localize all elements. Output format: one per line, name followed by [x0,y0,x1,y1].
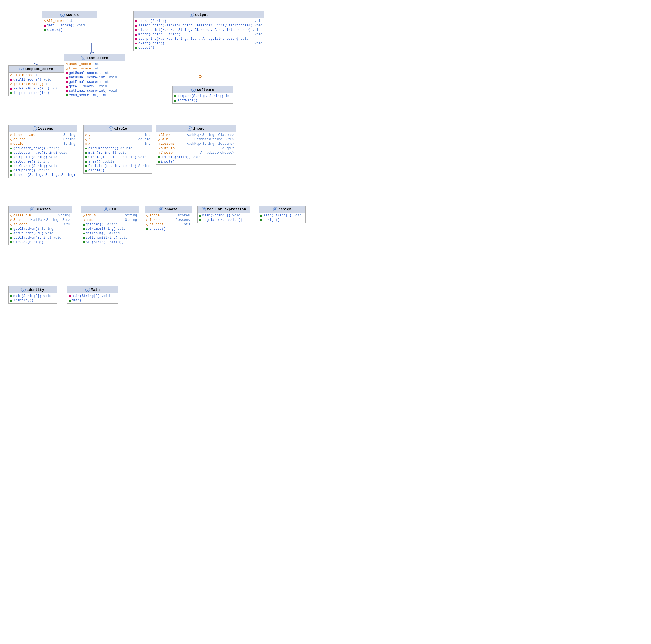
class-icon: C [109,126,113,131]
class-icon: C [188,126,192,131]
class-regular-expression-body: main(String[])void regular_expression() [198,213,250,223]
member-name: getAll_score() [47,24,75,28]
class-exam-score-title: exam_score [87,56,108,60]
class-icon: C [159,207,163,212]
vis-icon [44,29,45,31]
class-design: C design main(String[])void design() [258,205,306,223]
class-regular-expression-header: C regular_expression [198,206,250,213]
class-choose-title: choose [164,207,178,212]
class-main-title: Main [91,288,99,292]
class-design-title: design [279,207,291,212]
class-scores-body: All_score int getAll_score() void scores… [42,18,97,33]
class-stu-body: idnumString nameString getName()String s… [81,213,139,245]
class-scores: C scores All_score int getAll_score() vo… [42,11,97,33]
class-exam-score-body: usual_scoreint final_scoreint getUsual_s… [64,61,125,98]
scores-row-3: scores() [42,28,97,32]
class-icon: C [190,12,194,17]
class-identity: C identity main(String[])void identity() [8,286,57,304]
class-icon: C [33,126,37,131]
class-exam-score-header: C exam_score [64,55,125,61]
class-icon: C [81,56,85,60]
class-classes-header: C Classes [9,206,72,213]
scores-row-2: getAll_score() void [42,23,97,28]
class-stu-header: C Stu [81,206,139,213]
class-inspect-score-title: inspect_score [25,67,53,71]
class-software-header: C software [173,87,233,93]
vis-icon [44,20,45,22]
svg-point-4 [199,75,201,77]
member-name: All_score [47,19,65,23]
class-stu: C Stu idnumString nameString getName()St… [81,205,139,245]
class-software-title: software [197,88,214,92]
class-icon: C [19,67,24,71]
class-icon: C [60,12,65,17]
class-output-title: output [195,13,208,17]
class-regular-expression: C regular_expression main(String[])void … [197,205,250,223]
class-icon: C [191,88,196,92]
class-inspect-score: C inspect_score finalGradeint getAll_sco… [8,65,64,96]
class-choose-header: C choose [145,206,191,213]
class-lessons: C lessons lesson_nameString courseString… [8,125,77,178]
class-regular-expression-title: regular_expression [207,207,246,212]
class-inspect-score-header: C inspect_score [9,66,64,72]
class-scores-header: C scores [42,11,97,18]
class-lessons-title: lessons [38,127,53,131]
class-circle-title: circle [114,127,127,131]
class-icon: C [202,207,206,212]
class-icon: C [273,207,277,212]
scores-row-1: All_score int [42,19,97,23]
class-icon: C [30,207,34,212]
class-software-body: compare(String, String)int software() [173,93,233,103]
class-output-header: C output [134,11,264,18]
diagram-container: C scores All_score int getAll_score() vo… [5,5,311,339]
class-main-header: C Main [67,286,118,293]
class-stu-title: Stu [109,207,116,212]
class-main: C Main main(String[])void Main() [67,286,118,304]
class-software: C software compare(String, String)int so… [172,86,233,104]
class-input-title: input [193,127,204,131]
class-choose: C choose scorescores lessonlessons stude… [145,205,192,232]
class-classes-body: class_numString StusHashMap<String, Stu>… [9,213,72,245]
class-design-header: C design [259,206,306,213]
vis-icon [44,25,45,27]
class-identity-header: C identity [9,286,57,293]
class-circle-body: yint rdouble xint circumference()double … [84,132,152,173]
class-design-body: main(String[])void design() [259,213,306,223]
class-inspect-score-body: finalGradeint getAll_score()void getFina… [9,72,64,96]
class-choose-body: scorescores lessonlessons studentStu cho… [145,213,191,232]
class-circle-header: C circle [84,125,152,132]
class-icon: C [85,288,90,292]
class-icon: C [21,288,26,292]
class-icon: C [104,207,108,212]
class-classes: C Classes class_numString StusHashMap<St… [8,205,72,245]
class-main-body: main(String[])void Main() [67,293,118,303]
class-exam-score: C exam_score usual_scoreint final_scorei… [64,54,125,98]
class-lessons-body: lesson_nameString courseString optionStr… [9,132,77,178]
class-classes-title: Classes [36,207,51,212]
class-input-header: C input [156,125,236,132]
class-output-body: course(String)void lesson_print(HashMap<… [134,18,264,51]
class-input-body: ClassHashMap<String, Classes> StusHashMa… [156,132,236,164]
member-name: scores() [47,28,63,32]
member-type: void [77,24,85,28]
member-type: int [67,19,73,23]
class-lessons-header: C lessons [9,125,77,132]
class-identity-title: identity [27,288,44,292]
class-identity-body: main(String[])void identity() [9,293,57,303]
class-circle: C circle yint rdouble xint circumference… [83,125,152,174]
class-scores-title: scores [66,13,79,17]
class-input: C input ClassHashMap<String, Classes> St… [156,125,236,165]
class-output: C output course(String)void lesson_print… [133,11,265,51]
